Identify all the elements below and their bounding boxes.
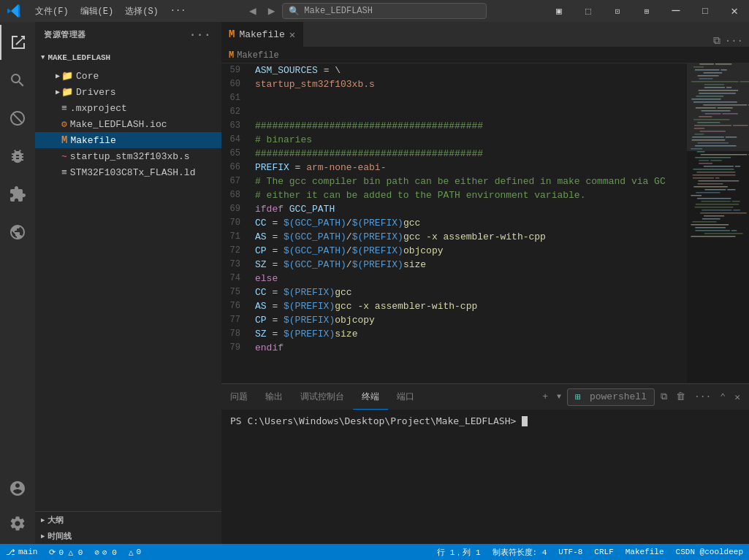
panel-tab-problems[interactable]: 问题 [221, 384, 256, 410]
status-right: 行 1，列 1 制表符长度: 4 UTF-8 CRLF Makefile CSD… [431, 544, 749, 560]
status-line-ending[interactable]: CRLF [588, 544, 619, 560]
sidebar-item-startup[interactable]: ▶ ~ startup_stm32f103xb.s [35, 148, 221, 164]
panel-close-icon[interactable]: ✕ [731, 390, 743, 404]
activity-git[interactable] [0, 101, 35, 136]
terminal-body[interactable]: PS C:\Users\Windows\Desktop\Project\Make… [221, 410, 749, 544]
line-content: AS = $(PREFIX)gcc -x assembler-with-cpp [252, 299, 687, 313]
token: $(GCC_PATH) [284, 231, 346, 242]
code-line: 70CC = $(GCC_PATH)/$(PREFIX)gcc [221, 216, 687, 230]
editor-split-icon[interactable]: ⧉ [713, 35, 721, 47]
panel-tab-ports[interactable]: 端口 [388, 384, 423, 410]
panel-chevron-up-icon[interactable]: ⌃ [717, 390, 729, 404]
output-tab-label: 输出 [265, 391, 283, 403]
line-ending-label: CRLF [594, 548, 613, 556]
code-line: 71AS = $(GCC_PATH)/$(PREFIX)gcc -x assem… [221, 230, 687, 244]
code-line: 74else [221, 272, 687, 285]
layout-button4[interactable]: ⊞ [632, 0, 661, 22]
titlebar-controls: ▣ ⬚ ⊡ ⊞ ─ □ ✕ [544, 0, 749, 22]
line-number: 77 [221, 313, 252, 327]
sidebar-outline[interactable]: ▶ 大纲 [35, 512, 221, 528]
status-language[interactable]: Makefile [620, 544, 670, 560]
token: $(PREFIX) [284, 329, 335, 340]
sidebar: 资源管理器 ··· ▼ MAKE_LEDFLASH ▶ 📁 Core ▶ 📁 D… [35, 22, 221, 544]
status-warnings[interactable]: △ 0 [123, 544, 147, 560]
sidebar-timeline[interactable]: ▶ 时间线 [35, 528, 221, 544]
line-number: 74 [221, 272, 252, 285]
close-button[interactable]: ✕ [720, 0, 749, 22]
sidebar-root[interactable]: ▼ MAKE_LEDFLASH [35, 47, 221, 68]
panel-trash-icon[interactable]: 🗑 [673, 390, 688, 404]
token: = [267, 315, 284, 326]
token: AS [255, 301, 267, 312]
makefile-file-icon: M [61, 134, 67, 146]
maximize-button[interactable]: □ [691, 0, 720, 22]
layout-button2[interactable]: ⬚ [574, 0, 603, 22]
activity-bar [0, 22, 35, 544]
line-number: 70 [221, 216, 252, 230]
line-content: startup_stm32f103xb.s [252, 77, 687, 91]
panel-tab-debug[interactable]: 调试控制台 [292, 384, 353, 410]
status-errors[interactable]: ⊘ ⊘ 0 [88, 544, 122, 560]
sidebar-item-ld[interactable]: ▶ ≡ STM32F103C8Tx_FLASH.ld [35, 164, 221, 180]
nav-forward-button[interactable]: ▶ [268, 4, 275, 18]
code-line: 62 [221, 105, 687, 119]
layout-button3[interactable]: ⊡ [603, 0, 632, 22]
activity-settings[interactable] [0, 506, 35, 541]
menu-edit[interactable]: 编辑(E) [75, 0, 120, 22]
sidebar-item-drivers[interactable]: ▶ 📁 Drivers [35, 84, 221, 100]
token: = [267, 218, 284, 229]
minimize-button[interactable]: ─ [661, 0, 691, 22]
code-line: 69ifdef GCC_PATH [221, 202, 687, 216]
status-indent[interactable]: 制表符长度: 4 [487, 544, 553, 560]
sidebar-item-core[interactable]: ▶ 📁 Core [35, 68, 221, 84]
menu-select[interactable]: 选择(S) [119, 0, 164, 22]
code-line: 77CP = $(PREFIX)objcopy [221, 313, 687, 327]
vscode-logo [0, 0, 29, 22]
search-box[interactable]: 🔍 Make_LEDFLASH [282, 3, 487, 19]
ld-label: STM32F103C8Tx_FLASH.ld [70, 167, 196, 178]
layout-button1[interactable]: ▣ [544, 0, 574, 22]
editor-tab-makefile[interactable]: M Makefile ✕ [221, 22, 303, 47]
powershell-badge[interactable]: ⊞ powershell [567, 388, 655, 406]
menu-file[interactable]: 文件(F) [29, 0, 75, 22]
panel-dropdown-icon[interactable]: ▼ [554, 391, 564, 402]
panel-tab-terminal[interactable]: 终端 [353, 384, 388, 410]
panel-add-icon[interactable]: + [539, 390, 551, 404]
token: SZ [255, 259, 267, 270]
activity-explorer[interactable] [0, 25, 35, 60]
status-branch[interactable]: ⎇ main [0, 544, 43, 560]
status-csdn[interactable]: CSDN @cooldeep [670, 544, 749, 560]
startup-file-icon: ~ [61, 151, 67, 162]
panel-split-icon[interactable]: ⧉ [658, 390, 670, 404]
sidebar-item-makefile[interactable]: ▶ M Makefile [35, 132, 221, 148]
token: = [289, 162, 306, 173]
code-line: 60startup_stm32f103xb.s [221, 77, 687, 91]
sidebar-more-icon[interactable]: ··· [188, 27, 213, 43]
token: $(GCC_PATH) [284, 245, 346, 256]
nav-back-button[interactable]: ◀ [249, 4, 256, 18]
powershell-icon: ⊞ [572, 390, 584, 404]
activity-search[interactable] [0, 63, 35, 98]
sidebar-header: 资源管理器 ··· [35, 22, 221, 47]
activity-account[interactable] [0, 471, 35, 506]
status-encoding[interactable]: UTF-8 [552, 544, 588, 560]
activity-remote[interactable] [0, 215, 35, 250]
makefile-tab-close[interactable]: ✕ [289, 28, 295, 41]
token: CC [255, 218, 267, 229]
panel-more-icon[interactable]: ··· [691, 390, 714, 404]
editor-more-icon[interactable]: ··· [725, 35, 743, 47]
panel-tab-output[interactable]: 输出 [256, 384, 292, 410]
line-number: 75 [221, 285, 252, 299]
status-sync[interactable]: ⟳ 0 △ 0 [43, 544, 88, 560]
line-number: 72 [221, 244, 252, 258]
menu-more[interactable]: ··· [164, 0, 192, 22]
line-number: 68 [221, 188, 252, 202]
code-editor[interactable]: 59ASM_SOURCES = \60startup_stm32f103xb.s… [221, 64, 687, 383]
position-label: 行 1，列 1 [437, 547, 480, 558]
activity-debug[interactable] [0, 139, 35, 174]
sidebar-item-mxproject[interactable]: ▶ ≡ .mxproject [35, 100, 221, 116]
activity-extensions[interactable] [0, 177, 35, 212]
sidebar-item-ioc[interactable]: ▶ ⚙ Make_LEDFLASH.ioc [35, 116, 221, 132]
status-position[interactable]: 行 1，列 1 [431, 544, 486, 560]
ports-tab-label: 端口 [397, 391, 414, 403]
